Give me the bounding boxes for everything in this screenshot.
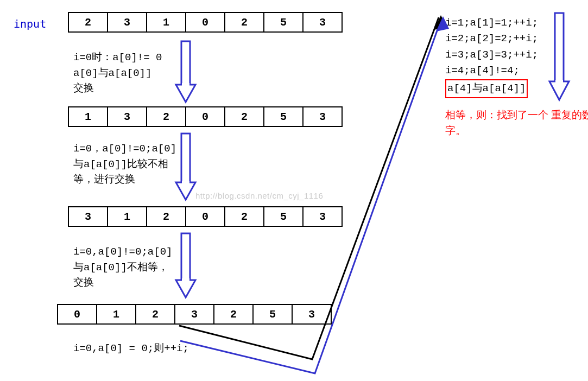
right-line: i=2;a[2]=2;++i; <box>445 31 538 47</box>
array-cell: 2 <box>224 12 264 33</box>
arrow-down-icon <box>174 230 198 300</box>
array-cell: 1 <box>96 304 136 325</box>
svg-rect-2 <box>182 83 189 86</box>
array-cell: 1 <box>68 106 108 127</box>
array-cell: 3 <box>68 206 108 227</box>
svg-rect-5 <box>182 181 189 184</box>
array-cell: 3 <box>292 304 332 325</box>
array-cell: 2 <box>68 12 108 33</box>
step-1-text: i=0时：a[0]!= 0 a[0]与a[a[0]] 交换 <box>73 50 162 97</box>
svg-marker-4 <box>176 182 195 200</box>
array-cell: 2 <box>146 106 186 127</box>
array-row-2: 1 3 2 0 2 5 3 <box>68 106 343 127</box>
arrow-down-icon <box>174 38 198 104</box>
array-cell: 2 <box>146 206 186 227</box>
array-cell: 5 <box>263 106 304 127</box>
input-label: input <box>14 17 46 30</box>
array-row-3: 3 1 2 0 2 5 3 <box>68 206 343 227</box>
array-cell: 3 <box>302 206 343 227</box>
array-row-1: 2 3 1 0 2 5 3 <box>68 12 343 33</box>
array-cell: 5 <box>263 206 304 227</box>
right-line: i=4;a[4]!=4; <box>445 63 538 79</box>
right-progression-text: i=1;a[1]=1;++i; i=2;a[2]=2;++i; i=3;a[3]… <box>445 15 538 98</box>
array-cell: 1 <box>107 206 147 227</box>
array-cell: 5 <box>263 12 304 33</box>
svg-rect-13 <box>555 80 563 83</box>
array-cell: 0 <box>185 206 225 227</box>
boxed-expression: a[4]与a[a[4]] <box>445 79 528 98</box>
array-cell: 2 <box>224 106 264 127</box>
array-cell: 0 <box>185 12 225 33</box>
step-4-text: i=0,a[0] = 0;则++i; <box>73 341 189 357</box>
array-cell: 0 <box>57 304 97 325</box>
array-row-4: 0 1 2 3 2 5 3 <box>57 304 332 325</box>
step-2-text: i=0，a[0]!=0;a[0] 与a[a[0]]比较不相 等，进行交换 <box>73 141 176 188</box>
array-cell: 3 <box>302 106 343 127</box>
array-cell: 3 <box>174 304 214 325</box>
arrow-down-icon <box>174 130 198 202</box>
array-cell: 2 <box>213 304 254 325</box>
svg-rect-0 <box>181 41 190 85</box>
svg-rect-11 <box>555 13 564 81</box>
result-text: 相等，则：找到了一个 重复的数字。 <box>445 107 588 138</box>
array-cell: 2 <box>135 304 175 325</box>
svg-marker-1 <box>176 85 195 102</box>
watermark-text: http://blog.csdn.net/cm_cyj_1116 <box>195 191 323 200</box>
array-cell: 3 <box>107 106 147 127</box>
arrow-down-icon <box>547 10 571 102</box>
right-line: i=1;a[1]=1;++i; <box>445 15 538 31</box>
svg-rect-6 <box>181 233 190 280</box>
svg-marker-7 <box>176 280 195 297</box>
svg-marker-12 <box>549 81 569 100</box>
right-line: i=3;a[3]=3;++i; <box>445 47 538 63</box>
array-cell: 3 <box>302 12 343 33</box>
array-cell: 5 <box>252 304 293 325</box>
svg-rect-3 <box>181 134 190 182</box>
array-cell: 3 <box>107 12 147 33</box>
array-cell: 1 <box>146 12 186 33</box>
array-cell: 0 <box>185 106 225 127</box>
array-cell: 2 <box>224 206 264 227</box>
step-3-text: i=0,a[0]!=0;a[0] 与a[a[0]]不相等， 交换 <box>73 244 172 291</box>
svg-rect-8 <box>182 278 189 282</box>
